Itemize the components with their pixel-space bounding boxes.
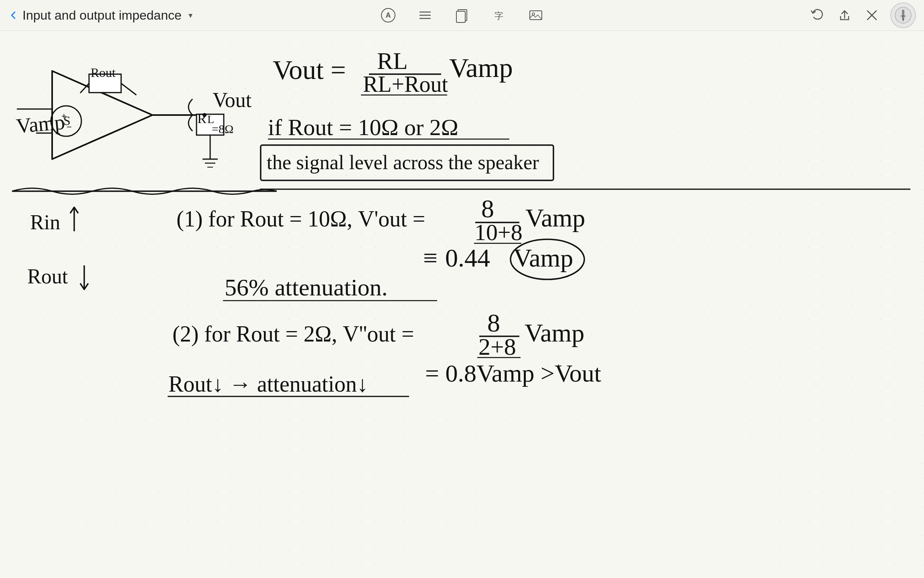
svg-text:A: A — [386, 11, 391, 19]
undo-button[interactable] — [808, 6, 826, 24]
svg-text:字: 字 — [494, 11, 503, 21]
content-area[interactable]: Vamp S + − Rout Vout R L =8Ω — [0, 31, 924, 578]
svg-text:=8Ω: =8Ω — [212, 122, 233, 135]
back-arrow-icon[interactable] — [8, 10, 19, 21]
center-toolbar: A 字 — [379, 6, 545, 24]
handwriting-svg: Vamp S + − Rout Vout R L =8Ω — [0, 31, 924, 578]
font-tool[interactable]: 字 — [490, 6, 508, 24]
svg-text:RL: RL — [377, 48, 408, 74]
svg-text:≡: ≡ — [423, 244, 438, 272]
svg-text:the signal level across the sp: the signal level across the speaker — [267, 151, 539, 174]
pen-indicator — [890, 2, 916, 28]
svg-text:−: − — [67, 122, 72, 132]
lines-tool[interactable] — [416, 6, 434, 24]
svg-text:2+8: 2+8 — [478, 333, 516, 360]
svg-point-39 — [203, 113, 207, 117]
image-tool[interactable] — [527, 6, 545, 24]
more-button[interactable] — [863, 6, 881, 24]
svg-line-27 — [121, 83, 136, 95]
svg-text:+: + — [61, 111, 67, 121]
svg-text:ˡ: ˡ — [557, 363, 559, 376]
svg-text:Rout: Rout — [91, 65, 116, 80]
svg-text:8: 8 — [481, 194, 494, 223]
svg-text:Vout: Vout — [213, 89, 252, 111]
svg-text:10+8: 10+8 — [474, 219, 523, 245]
svg-text:Vout =: Vout = — [273, 55, 346, 85]
nav-bar: Input and output impedance ▾ A — [0, 0, 924, 31]
svg-text:Rout: Rout — [27, 265, 68, 288]
svg-text:(1)  for Rout = 10Ω,  V'out =: (1) for Rout = 10Ω, V'out = — [176, 206, 425, 232]
pages-tool[interactable] — [453, 6, 471, 24]
share-button[interactable] — [836, 6, 853, 24]
nav-back-button[interactable]: Input and output impedance ▾ — [8, 8, 196, 23]
svg-text:if Rout = 10Ω  or  2Ω: if Rout = 10Ω or 2Ω — [268, 114, 458, 140]
page-title: Input and output impedance — [22, 8, 182, 23]
svg-text:RL+Rout: RL+Rout — [363, 72, 448, 97]
svg-text:56% attenuation.: 56% attenuation. — [225, 274, 388, 301]
svg-text:Vamp: Vamp — [525, 204, 585, 232]
svg-text:Vamp: Vamp — [449, 53, 513, 83]
svg-text:0.44: 0.44 — [445, 244, 490, 272]
svg-rect-8 — [530, 11, 542, 20]
svg-text:Vamp: Vamp — [525, 319, 584, 347]
svg-rect-6 — [456, 11, 465, 22]
dropdown-icon[interactable]: ▾ — [185, 10, 196, 21]
svg-text:(2)  for Rout = 2Ω,  V''out =: (2) for Rout = 2Ω, V''out = — [172, 321, 414, 347]
right-toolbar — [808, 2, 916, 28]
svg-rect-14 — [902, 10, 904, 18]
svg-text:Rin: Rin — [30, 211, 60, 234]
annotate-tool[interactable]: A — [379, 6, 397, 24]
svg-text:= 0.8Vamp >Vout: = 0.8Vamp >Vout — [425, 360, 601, 387]
svg-text:8: 8 — [487, 309, 500, 337]
svg-text:Rout↓  →  attenuation↓: Rout↓ → attenuation↓ — [168, 372, 368, 396]
svg-text:Vamp: Vamp — [513, 244, 573, 272]
